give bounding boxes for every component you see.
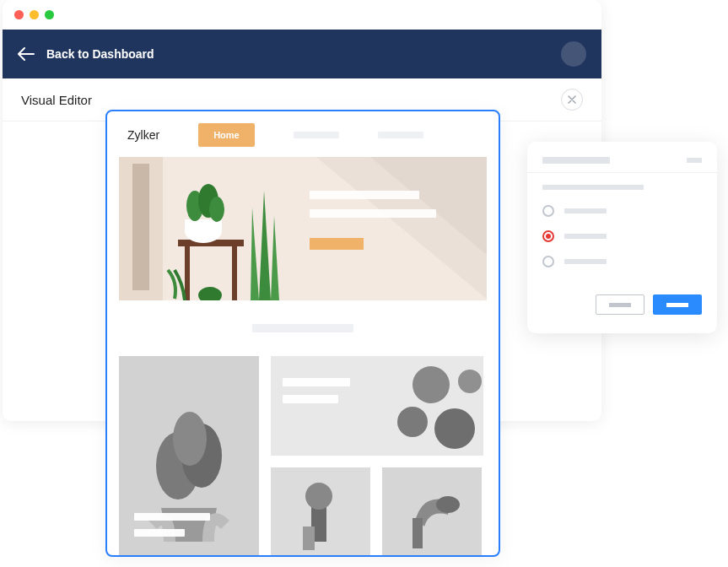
- radio-icon: [542, 205, 554, 217]
- radio-icon: [542, 256, 554, 267]
- back-label: Back to Dashboard: [46, 47, 154, 61]
- window-zoom-icon[interactable]: [45, 10, 54, 19]
- hero-cta-button[interactable]: [310, 238, 364, 250]
- radio-label-placeholder: [564, 234, 607, 239]
- image-caption-overlay: [134, 513, 210, 545]
- svg-point-27: [436, 496, 460, 513]
- hero-subheading-placeholder: [310, 209, 436, 218]
- svg-rect-5: [232, 246, 237, 300]
- svg-rect-4: [185, 246, 190, 300]
- panel-header: [527, 142, 717, 172]
- top-bar: Back to Dashboard: [3, 30, 601, 78]
- svg-point-23: [305, 483, 332, 510]
- gallery-image[interactable]: [119, 356, 259, 555]
- svg-point-15: [173, 412, 207, 466]
- gallery-image[interactable]: [271, 356, 483, 456]
- radio-option[interactable]: [542, 224, 702, 249]
- panel-title-placeholder: [542, 157, 610, 164]
- window-close-icon[interactable]: [14, 10, 24, 19]
- hero-text-overlay: [310, 157, 487, 300]
- radio-option[interactable]: [542, 198, 702, 224]
- radio-option[interactable]: [542, 249, 702, 274]
- image-caption-overlay: [271, 356, 483, 412]
- gallery: [119, 356, 487, 555]
- options-panel: [527, 142, 717, 333]
- back-to-dashboard-link[interactable]: Back to Dashboard: [18, 47, 154, 61]
- svg-rect-24: [303, 526, 315, 550]
- section-title-placeholder: [252, 324, 353, 332]
- close-icon: [568, 95, 576, 104]
- panel-actions: [527, 294, 717, 333]
- cancel-button[interactable]: [596, 294, 644, 315]
- site-nav: Zylker Home: [119, 123, 487, 157]
- editor-canvas[interactable]: Zylker Home: [105, 110, 500, 557]
- close-button[interactable]: [561, 89, 583, 111]
- page-title: Visual Editor: [21, 93, 92, 107]
- window-controls: [3, 0, 601, 30]
- hero-section[interactable]: [119, 157, 487, 300]
- avatar[interactable]: [561, 41, 586, 67]
- confirm-button[interactable]: [653, 294, 702, 315]
- gallery-image[interactable]: [382, 467, 482, 555]
- panel-subtitle-placeholder: [542, 185, 644, 190]
- window-minimize-icon[interactable]: [30, 10, 39, 19]
- svg-point-19: [434, 408, 475, 449]
- site-brand[interactable]: Zylker: [127, 128, 159, 142]
- radio-icon: [542, 230, 554, 242]
- radio-label-placeholder: [564, 208, 607, 213]
- radio-group: [527, 198, 717, 294]
- svg-rect-2: [132, 164, 149, 290]
- hero-heading-placeholder: [310, 191, 419, 199]
- svg-point-10: [209, 197, 224, 222]
- collapse-icon[interactable]: [687, 158, 702, 163]
- nav-item-placeholder[interactable]: [294, 132, 339, 138]
- nav-home-tab[interactable]: Home: [198, 123, 255, 147]
- svg-rect-26: [413, 518, 423, 548]
- arrow-left-icon: [18, 47, 35, 61]
- radio-label-placeholder: [564, 259, 607, 264]
- gallery-image[interactable]: [271, 467, 370, 555]
- nav-item-placeholder[interactable]: [378, 132, 423, 138]
